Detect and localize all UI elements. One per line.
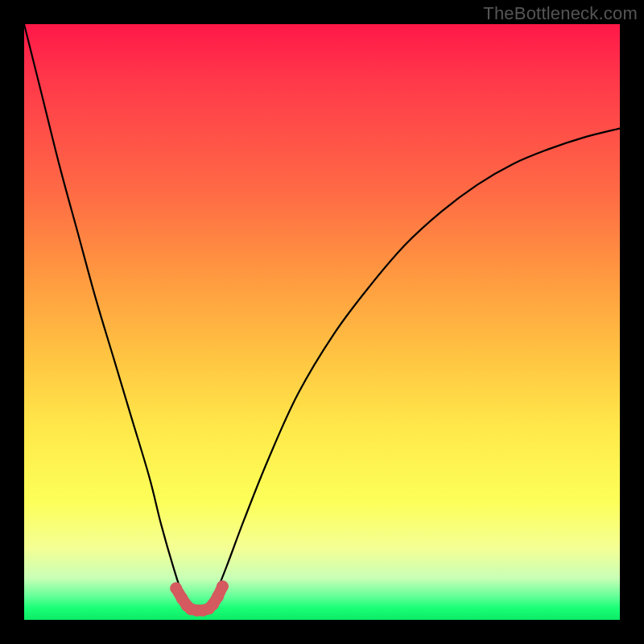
bottleneck-curve-canvas bbox=[24, 24, 620, 620]
plot-area bbox=[24, 24, 620, 620]
watermark-text: TheBottleneck.com bbox=[483, 3, 638, 24]
chart-frame: TheBottleneck.com bbox=[0, 0, 644, 644]
